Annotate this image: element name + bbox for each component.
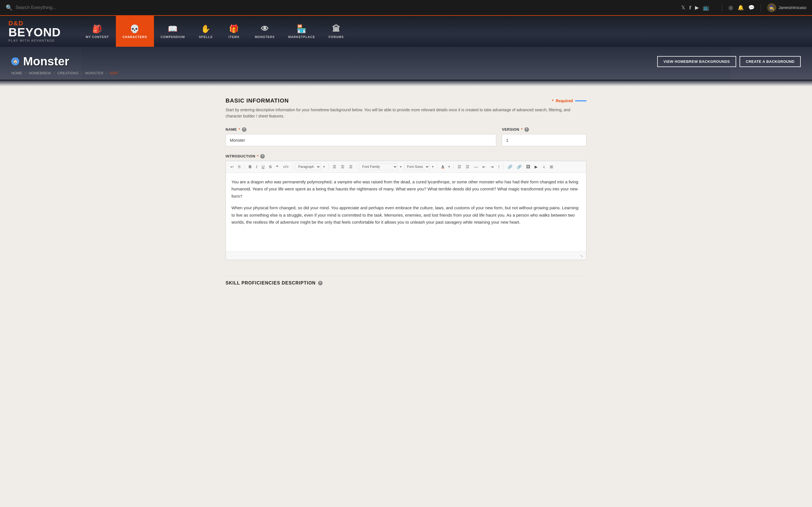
skill-proficiencies-section: SKILL PROFICIENCIES DESCRIPTION ?	[225, 276, 587, 286]
intro-required-star: *	[257, 154, 259, 158]
intro-paragraph-2: When your physical form changed, so did …	[232, 204, 580, 226]
version-help-icon[interactable]: ?	[524, 127, 529, 132]
logo[interactable]: D&D BEYOND PLAY WITH ADVANTAGE	[0, 16, 79, 47]
compendium-icon: 📖	[168, 24, 178, 34]
skill-help-icon[interactable]: ?	[318, 281, 322, 285]
nav-item-characters[interactable]: 💀 CHARACTERS	[116, 16, 154, 47]
version-field-group: VERSION * ?	[502, 127, 587, 146]
resize-handle: ⤡	[580, 253, 583, 258]
editor-body[interactable]: You are a dragon who was permanently pol…	[226, 173, 586, 251]
top-navigation-bar: 🔍 𝕏 𝐟 ▶ 📺 ◎ 🔔 💬 🧙 JamesIntrocaso	[0, 0, 812, 16]
monsters-icon: 👁	[261, 24, 269, 34]
unlink-button[interactable]: 🔗	[515, 163, 523, 170]
indent-in-button[interactable]: ⇥	[489, 163, 495, 170]
align-right-button[interactable]: ☰	[347, 163, 354, 170]
nav-item-items[interactable]: 🎁 ITEMS	[220, 16, 248, 47]
marketplace-icon: 🏪	[297, 24, 307, 34]
blockquote-button[interactable]: ❝	[274, 163, 280, 170]
code-button[interactable]: </>	[281, 163, 290, 170]
twitch-icon[interactable]: 📺	[703, 4, 709, 11]
intro-paragraph-1: You are a dragon who was permanently pol…	[232, 178, 580, 200]
view-homebrew-button[interactable]: VIEW HOMEBREW BACKGROUNDS	[657, 56, 736, 67]
strikethrough-button[interactable]: S	[267, 163, 273, 170]
nav-item-forums[interactable]: 🏛 FORUMS	[322, 16, 351, 47]
name-input[interactable]	[225, 134, 496, 146]
version-label: VERSION * ?	[502, 127, 587, 132]
video-button[interactable]: ▶	[533, 163, 539, 170]
hero-buttons: VIEW HOMEBREW BACKGROUNDS CREATE A BACKG…	[657, 56, 801, 67]
required-indicator: * Required	[552, 99, 587, 103]
version-input[interactable]	[502, 134, 587, 146]
user-info[interactable]: 🧙 JamesIntrocaso	[767, 3, 806, 12]
editor-toolbar: ↩ ⎘ B I U S ❝ </> Paragraph Heading 1 He…	[226, 161, 586, 173]
breadcrumb-sep-1: //	[24, 71, 27, 75]
bell-icon[interactable]: 🔔	[738, 4, 744, 11]
nav-item-spells[interactable]: ✋ SPELLS	[192, 16, 220, 47]
target-icon[interactable]: ◎	[728, 4, 733, 11]
ordered-list-button[interactable]: ☰	[464, 163, 471, 170]
youtube-icon[interactable]: ▶	[695, 4, 699, 11]
hero-title-area: 🏠 Monster	[11, 55, 69, 68]
align-left-button[interactable]: ☰	[331, 163, 338, 170]
nav-item-monsters[interactable]: 👁 MONSTERS	[248, 16, 282, 47]
nav-label-my-content: MY CONTENT	[86, 35, 109, 39]
audio-button[interactable]: ♫	[541, 163, 547, 170]
facebook-icon[interactable]: 𝐟	[689, 5, 691, 11]
breadcrumb-sep-4: //	[106, 71, 108, 75]
search-icon: 🔍	[6, 4, 13, 11]
name-help-icon[interactable]: ?	[242, 127, 246, 132]
bold-button[interactable]: B	[247, 163, 253, 170]
nav-item-compendium[interactable]: 📖 COMPENDIUM	[154, 16, 192, 47]
breadcrumb-edit: EDIT	[110, 71, 118, 75]
breadcrumb-monster[interactable]: MONSTER	[85, 71, 103, 75]
name-label: NAME * ?	[225, 127, 496, 132]
breadcrumb-home[interactable]: HOME	[11, 71, 22, 75]
items-icon: 🎁	[229, 24, 239, 34]
hr-button[interactable]: —	[472, 163, 479, 170]
intro-help-icon[interactable]: ?	[260, 154, 265, 159]
font-color-button[interactable]: A	[440, 163, 446, 170]
undo-button[interactable]: ↩	[229, 163, 236, 170]
create-background-button[interactable]: CREATE A BACKGROUND	[740, 56, 801, 67]
search-area: 🔍	[6, 4, 681, 11]
home-icon[interactable]: 🏠	[11, 57, 19, 65]
italic-button[interactable]: I	[254, 163, 259, 170]
toolbar-divider-7	[503, 164, 504, 170]
bullet-list-button[interactable]: ☰	[456, 163, 463, 170]
toolbar-divider-4	[357, 164, 357, 170]
action-icons: ◎ 🔔 💬	[728, 4, 755, 11]
copy-button[interactable]: ⎘	[237, 163, 242, 170]
indent-out-button[interactable]: ⇤	[481, 163, 488, 170]
divider2	[761, 4, 761, 11]
chat-icon[interactable]: 💬	[748, 4, 755, 11]
nav-item-my-content[interactable]: 🎒 MY CONTENT	[79, 16, 116, 47]
underline-button[interactable]: U	[260, 163, 266, 170]
link-button[interactable]: 🔗	[506, 163, 514, 170]
exclamation-button[interactable]: !	[497, 163, 501, 170]
hero-title: Monster	[23, 55, 69, 68]
twitter-icon[interactable]: 𝕏	[681, 4, 686, 11]
search-input[interactable]	[15, 5, 100, 10]
table-button[interactable]: ⊞	[548, 163, 555, 170]
forums-icon: 🏛	[332, 24, 340, 34]
logo-text: D&D BEYOND PLAY WITH ADVANTAGE	[8, 20, 61, 42]
toolbar-divider-3	[328, 164, 329, 170]
font-family-select[interactable]: Font Family Arial Georgia Times New Roma…	[359, 163, 398, 170]
image-button[interactable]: 🖼	[524, 163, 532, 170]
header-navigation: D&D BEYOND PLAY WITH ADVANTAGE 🎒 MY CONT…	[0, 16, 812, 47]
nav-item-marketplace[interactable]: 🏪 MARKETPLACE	[282, 16, 322, 47]
breadcrumb-homebrew[interactable]: HOMEBREW	[29, 71, 51, 75]
skill-proficiencies-label: SKILL PROFICIENCIES DESCRIPTION	[225, 281, 316, 286]
breadcrumb: HOME // HOMEBREW // CREATIONS // MONSTER…	[11, 71, 801, 75]
paragraph-select[interactable]: Paragraph Heading 1 Heading 2 Heading 3	[295, 163, 321, 170]
font-sizes-select[interactable]: Font Sizes 8 10 12 14 18 24	[404, 163, 430, 170]
align-center-button[interactable]: ☰	[339, 163, 346, 170]
rich-text-editor[interactable]: ↩ ⎘ B I U S ❝ </> Paragraph Heading 1 He…	[225, 161, 587, 260]
social-icons: 𝕏 𝐟 ▶ 📺	[681, 4, 709, 11]
breadcrumb-creations[interactable]: CREATIONS	[57, 71, 79, 75]
nav-label-monsters: MONSTERS	[255, 35, 274, 39]
basic-info-header: BASIC INFORMATION * Required	[225, 98, 587, 104]
name-field-group: NAME * ?	[225, 127, 496, 146]
top-bar-right: 𝕏 𝐟 ▶ 📺 ◎ 🔔 💬 🧙 JamesIntrocaso	[681, 3, 806, 12]
nav-label-marketplace: MARKETPLACE	[288, 35, 315, 39]
